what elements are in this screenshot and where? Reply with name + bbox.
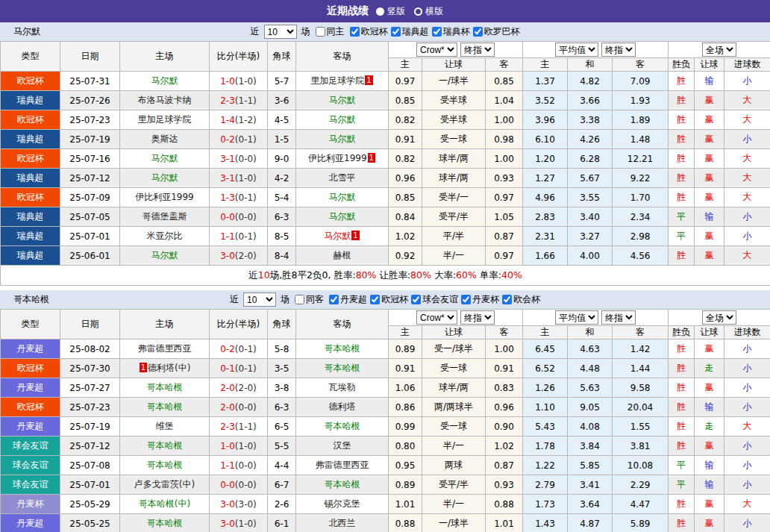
league-filter-checkbox[interactable] (329, 295, 339, 304)
average-select[interactable]: 平均值 (555, 310, 598, 325)
match-row: 球会友谊25-07-08哥本哈根1-1(0-0)4-4弗雷德里西亚0.95两球0… (1, 456, 770, 475)
league-type-cell: 球会友谊 (1, 475, 60, 495)
corner-cell: 9-0 (268, 149, 296, 169)
league-filter-option[interactable]: 丹麦杯 (458, 293, 499, 306)
league-filter-option[interactable]: 欧冠杯 (367, 293, 408, 306)
match-row: 欧冠杯25-07-16马尔默3-1(0-0)9-0伊比利亚199910.82球半… (1, 149, 770, 169)
team-label: 伊比利亚1999 (308, 153, 367, 163)
red-card-badge: 1 (140, 363, 147, 372)
avg-home-odds: 1.10 (523, 398, 568, 417)
avg-home-odds: 6.52 (523, 359, 568, 378)
away-team-cell: 哥本哈根 (296, 417, 389, 436)
league-filter-option[interactable]: 欧罗巴杯 (470, 25, 520, 38)
league-filter-option[interactable]: 瑞典杯 (429, 25, 470, 38)
crow-away-odds: 0.85 (486, 72, 523, 91)
crow-home-odds: 0.88 (389, 514, 422, 532)
match-count-select[interactable]: 10 (264, 25, 297, 39)
crow-home-odds: 0.96 (389, 169, 422, 188)
radio-selected-icon (376, 7, 384, 16)
crow-handicap: 受一/球半 (422, 339, 486, 359)
same-venue-checkbox[interactable] (316, 27, 325, 37)
final-odds-select-2[interactable]: 终指 (601, 310, 636, 325)
avg-away-odds: 4.47 (613, 495, 669, 514)
match-count-select[interactable]: 10 (243, 292, 276, 307)
result-goals: 大 (724, 495, 770, 514)
team-label: 马尔默 (329, 192, 356, 202)
games-label: 场 (281, 293, 289, 306)
league-filter-checkbox[interactable] (370, 295, 380, 304)
league-filter-checkbox[interactable] (350, 27, 360, 37)
league-filter-option[interactable]: 欧冠杯 (347, 25, 388, 38)
half-time-score: (0-1) (235, 363, 257, 374)
team-label: 哥本哈根 (325, 343, 360, 354)
half-time-score: (1-0) (235, 173, 257, 184)
match-row: 欧冠杯25-07-09伊比利亚19991-3(0-1)5-4马尔默0.85受半/… (1, 188, 770, 207)
scope-select[interactable]: 全场 (702, 43, 736, 57)
same-venue-checkbox[interactable] (295, 295, 304, 304)
half-time-score: (3-0) (235, 499, 257, 510)
home-team-cell: 奥斯达 (120, 130, 210, 149)
filter-controls: 近 10 场 同主 欧冠杯瑞典超瑞典杯欧罗巴杯 (251, 25, 520, 39)
crow-home-odds: 0.85 (389, 91, 422, 110)
result-handicap: 赢 (695, 227, 724, 246)
result-goals: 小 (724, 456, 770, 475)
full-time-score: 3-1 (220, 173, 235, 184)
home-team-cell: 哥本哈根 (120, 436, 210, 456)
league-filter-checkbox[interactable] (502, 295, 512, 304)
league-type-cell: 欧冠杯 (1, 149, 60, 169)
league-filter-label: 欧会杯 (513, 293, 540, 306)
league-filter-option[interactable]: 欧会杯 (499, 293, 540, 306)
league-filter-option[interactable]: 球会友谊 (408, 293, 458, 306)
league-filter-checkbox[interactable] (391, 27, 401, 37)
final-odds-select[interactable]: 终指 (460, 310, 495, 325)
bookmaker-select[interactable]: Crow* (416, 310, 457, 325)
full-time-score: 3-0 (220, 499, 235, 510)
crow-away-odds: 0.91 (486, 359, 523, 378)
crow-handicap: 一/球半 (422, 72, 486, 91)
corner-cell: 5-7 (268, 72, 296, 91)
away-team-cell: 弗雷德里西亚 (296, 456, 389, 475)
final-odds-select[interactable]: 终指 (460, 43, 495, 57)
crow-home-odds: 0.82 (389, 149, 422, 169)
same-venue-filter[interactable]: 同客 (292, 293, 324, 306)
vertical-layout-radio[interactable]: 竖版 (376, 5, 405, 18)
score-cell: 0-0(0-0) (210, 207, 268, 227)
same-venue-filter[interactable]: 同主 (313, 25, 345, 38)
scope-select[interactable]: 全场 (702, 310, 736, 325)
league-filter-checkbox[interactable] (411, 295, 421, 304)
date-cell: 25-07-16 (60, 149, 120, 169)
crow-handicap: 受一球 (422, 417, 486, 436)
half-time-score: (2-0) (235, 251, 257, 261)
crow-away-odds: 1.02 (486, 436, 523, 456)
result-handicap: 赢 (695, 495, 724, 514)
league-filter-option[interactable]: 瑞典超 (388, 25, 429, 38)
half-time-score: (1-0) (235, 519, 257, 529)
avg-away-odds: 9.22 (613, 169, 669, 188)
avg-away-odds: 12.21 (613, 149, 669, 169)
summary-segment: 60% (456, 269, 477, 281)
average-select[interactable]: 平均值 (555, 43, 598, 57)
result-outcome: 胜 (669, 514, 695, 532)
crow-handicap: 受半球 (422, 91, 486, 110)
col-handicap-result: 让球 (695, 58, 724, 72)
horizontal-layout-radio[interactable]: 横版 (414, 5, 443, 18)
col-away: 客场 (296, 42, 389, 72)
crow-away-odds: 1.00 (486, 339, 523, 359)
league-filter-checkbox[interactable] (432, 27, 442, 37)
half-time-score: (1-1) (235, 96, 257, 106)
bookmaker-select[interactable]: Crow* (416, 43, 457, 57)
home-team-cell: 1德利塔(中) (120, 359, 210, 378)
league-filter-checkbox[interactable] (473, 27, 483, 37)
league-filter-checkbox[interactable] (461, 295, 471, 304)
full-time-score: 2-0 (220, 402, 235, 413)
team-name: 马尔默 (13, 25, 40, 38)
score-cell: 3-0(3-0) (210, 495, 268, 514)
league-filter-option[interactable]: 丹麦超 (326, 293, 367, 306)
final-odds-select-2[interactable]: 终指 (601, 43, 636, 57)
home-team-cell: 马尔默 (120, 72, 210, 91)
result-goals: 大 (724, 169, 770, 188)
results-body: 欧冠杯25-07-31马尔默1-0(1-0)5-7里加足球学院10.97一/球半… (1, 72, 770, 286)
score-cell: 2-0(2-0) (210, 378, 268, 398)
same-venue-label: 同主 (327, 25, 345, 38)
corner-cell: 6-5 (268, 417, 296, 436)
